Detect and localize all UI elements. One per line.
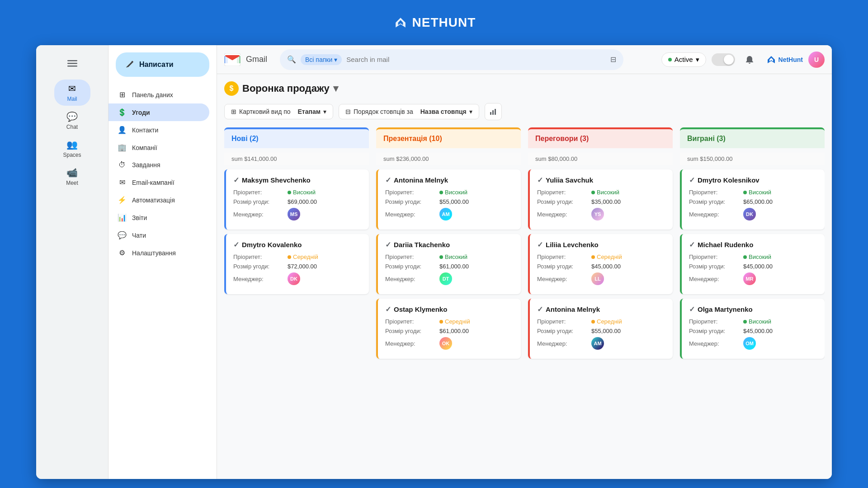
folders-dropdown[interactable]: Всі папки ▾	[301, 54, 342, 65]
deal-name: ✓ Ostap Klymenko	[385, 305, 514, 314]
deal-priority-field: Пріоритет: Високий	[385, 189, 514, 196]
search-input[interactable]	[346, 56, 606, 63]
deal-manager-field: Менеджер: AM	[537, 337, 665, 350]
sidebar-item-spaces[interactable]: 👥 Spaces	[54, 136, 90, 162]
column-header-presentation: Презентація (10)	[376, 127, 521, 148]
svg-rect-6	[492, 110, 494, 115]
deal-card[interactable]: ✓ Dmytro Kovalenko Пріоритет: Середній Р…	[224, 234, 369, 294]
nav-item-chats[interactable]: 💬 Чати	[108, 226, 209, 244]
deal-card[interactable]: ✓ Antonina Melnyk Пріоритет: Середній Ро…	[528, 299, 673, 359]
deal-card[interactable]: ✓ Michael Rudenko Пріоритет: Високий Роз…	[680, 234, 825, 294]
mail-icon: ✉	[68, 83, 76, 94]
kanban-column-presentation: Презентація (10)sum $236,000.00 ✓ Antoni…	[376, 127, 521, 472]
nav-item-settings[interactable]: ⚙ Налаштування	[108, 244, 209, 262]
compose-button[interactable]: Написати	[116, 52, 209, 77]
top-header: Gmail 🔍 Всі папки ▾ ⊟ Active ▾	[217, 45, 832, 74]
nav-item-reports[interactable]: 📊 Звіти	[108, 209, 209, 226]
nav-item-dashboard[interactable]: ⊞ Панель даних	[108, 86, 209, 103]
sidebar: ✉ Mail 💬 Chat 👥 Spaces 📹 Meet	[36, 45, 108, 479]
deal-manager-field: Менеджер: DK	[689, 208, 817, 221]
view-type-button[interactable]: ⊞ Картковий вид по Етапам ▾	[224, 104, 333, 119]
pipeline-chevron-icon[interactable]: ▾	[333, 83, 338, 94]
manager-avatar: DT	[439, 272, 452, 285]
hamburger-menu-button[interactable]	[61, 52, 83, 74]
chat-icon: 💬	[66, 111, 78, 122]
deal-name: ✓ Dmytro Kolesnikov	[689, 176, 817, 184]
nav-item-deals[interactable]: 💲 Угоди	[108, 103, 209, 121]
deal-card[interactable]: ✓ Yuliia Savchuk Пріоритет: Високий Розм…	[528, 169, 673, 230]
search-bar[interactable]: 🔍 Всі папки ▾ ⊟	[280, 49, 623, 70]
nav-item-email-campaigns[interactable]: ✉ Email-кампанії	[108, 174, 209, 191]
nethunt-top-logo: NETHUNT	[392, 14, 476, 31]
settings-icon: ⚙	[118, 249, 127, 257]
search-icon: 🔍	[287, 55, 296, 64]
check-icon: ✓	[385, 176, 391, 184]
sidebar-item-mail[interactable]: ✉ Mail	[54, 80, 90, 106]
deal-amount-field: Розмір угоди: $55,000.00	[537, 328, 665, 334]
deal-amount-field: Розмір угоди: $45,000.00	[689, 263, 817, 270]
deal-amount-field: Розмір угоди: $45,000.00	[689, 328, 817, 334]
header-right: Active ▾ NetHunt	[661, 51, 825, 69]
notification-button[interactable]	[741, 51, 759, 69]
deals-icon: 💲	[118, 108, 127, 117]
manager-avatar: MS	[288, 208, 300, 221]
svg-rect-1	[67, 63, 77, 64]
sidebar-item-meet[interactable]: 📹 Meet	[54, 164, 90, 190]
deal-name: ✓ Antonina Melnyk	[537, 305, 665, 314]
deal-card[interactable]: ✓ Maksym Shevchenko Пріоритет: Високий Р…	[224, 169, 369, 230]
deal-amount-field: Розмір угоди: $35,000.00	[537, 198, 665, 205]
deal-manager-field: Менеджер: AM	[385, 208, 514, 221]
deal-priority-field: Пріоритет: Середній	[537, 253, 665, 260]
automation-icon: ⚡	[118, 196, 127, 204]
deal-priority-field: Пріоритет: Середній	[385, 318, 514, 325]
deal-priority-field: Пріоритет: Високий	[689, 253, 817, 260]
main-content: Gmail 🔍 Всі папки ▾ ⊟ Active ▾	[217, 45, 832, 479]
check-icon: ✓	[537, 240, 543, 249]
deal-card[interactable]: ✓ Dmytro Kolesnikov Пріоритет: Високий Р…	[680, 169, 825, 230]
column-sum-presentation: sum $236,000.00	[376, 153, 521, 165]
column-header-negotiations: Переговори (3)	[528, 127, 673, 148]
sidebar-item-chat[interactable]: 💬 Chat	[54, 108, 90, 134]
deal-card[interactable]: ✓ Liliia Levchenko Пріоритет: Середній Р…	[528, 234, 673, 294]
manager-avatar: YS	[591, 208, 604, 221]
deal-card[interactable]: ✓ Ostap Klymenko Пріоритет: Середній Роз…	[376, 299, 521, 359]
filter-icon[interactable]: ⊟	[610, 55, 616, 64]
sort-order-button[interactable]: ⊟ Порядок стовпців за Назва стовпця ▾	[339, 104, 479, 119]
priority-dot	[288, 255, 291, 259]
deal-name: ✓ Dmytro Kovalenko	[233, 240, 362, 249]
toggle-switch[interactable]	[712, 53, 735, 66]
priority-dot	[591, 191, 595, 194]
pipeline-title: $ Воронка продажу ▾	[224, 81, 338, 96]
top-bar: NETHUNT	[0, 0, 868, 45]
check-icon: ✓	[537, 305, 543, 314]
deal-card[interactable]: ✓ Olga Martynenko Пріоритет: Високий Роз…	[680, 299, 825, 359]
deal-amount-field: Розмір угоди: $45,000.00	[537, 263, 665, 270]
deal-priority-field: Пріоритет: Високий	[689, 189, 817, 196]
nav-item-contacts[interactable]: 👤 Контакти	[108, 121, 209, 139]
deal-amount-field: Розмір угоди: $65,000.00	[689, 198, 817, 205]
user-avatar[interactable]: U	[808, 52, 825, 68]
nav-item-automation[interactable]: ⚡ Автоматизація	[108, 191, 209, 209]
deal-priority-field: Пріоритет: Середній	[233, 253, 362, 260]
chart-button[interactable]	[485, 103, 502, 120]
priority-dot	[591, 320, 595, 324]
toggle-knob	[724, 55, 734, 65]
deal-priority-field: Пріоритет: Високий	[385, 253, 514, 260]
deal-card[interactable]: ✓ Antonina Melnyk Пріоритет: Високий Роз…	[376, 169, 521, 230]
priority-dot	[743, 191, 747, 194]
deal-card[interactable]: ✓ Dariia Tkachenko Пріоритет: Високий Ро…	[376, 234, 521, 294]
nav-item-companies[interactable]: 🏢 Компанії	[108, 139, 209, 156]
deal-name: ✓ Liliia Levchenko	[537, 240, 665, 249]
kanban-column-new: Нові (2)sum $141,000.00 ✓ Maksym Shevche…	[224, 127, 369, 472]
active-status-badge[interactable]: Active ▾	[661, 52, 706, 67]
main-window: ✉ Mail 💬 Chat 👥 Spaces 📹 Meet Написати ⊞…	[36, 45, 832, 479]
deal-priority-field: Пріоритет: Високий	[537, 189, 665, 196]
check-icon: ✓	[689, 240, 695, 249]
manager-avatar: DK	[743, 208, 756, 221]
kanban-column-won: Виграні (3)sum $150,000.00 ✓ Dmytro Kole…	[680, 127, 825, 472]
view-controls: ⊞ Картковий вид по Етапам ▾ ⊟ Порядок ст…	[224, 103, 825, 120]
check-icon: ✓	[385, 305, 391, 314]
svg-rect-0	[67, 60, 77, 61]
nav-item-tasks[interactable]: ⏱ Завдання	[108, 156, 209, 174]
gmail-logo: Gmail	[224, 53, 267, 66]
